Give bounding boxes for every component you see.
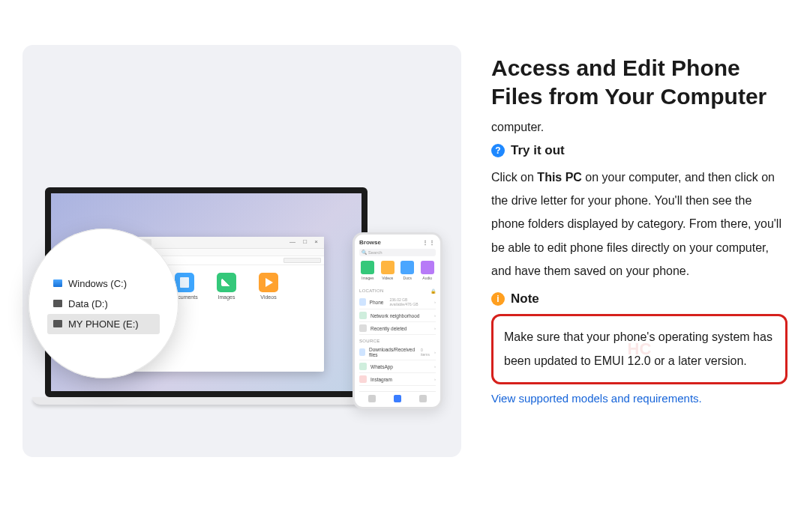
supported-models-link[interactable]: View supported models and requirements. <box>491 392 702 405</box>
row-icon <box>359 348 365 356</box>
cat-label: Images <box>362 276 374 280</box>
chevron-right-icon: › <box>434 326 436 330</box>
phone-search-placeholder: Search <box>368 250 382 255</box>
section-label: SOURCE <box>359 339 380 343</box>
cat-icon <box>421 261 434 274</box>
folder-videos: Videos <box>255 273 282 364</box>
instructions-paragraph: Click on This PC on your computer, and t… <box>491 166 788 282</box>
chevron-right-icon: › <box>434 377 436 381</box>
more-icon: ⋮⋮ <box>422 239 436 246</box>
window-controls: — □ × <box>290 238 321 245</box>
folder-label: Videos <box>255 294 282 300</box>
cat-label: Docs <box>404 276 412 280</box>
drive-row: Windows (C:) <box>47 273 160 294</box>
row-icon <box>359 298 366 306</box>
row-icon <box>359 363 367 370</box>
phone-cat: Videos <box>380 261 397 280</box>
page-title: Access and Edit Phone Files from Your Co… <box>491 54 788 110</box>
drive-row: MY PHONE (E:) <box>47 314 160 334</box>
row-icon <box>359 375 367 383</box>
drive-label: Windows (C:) <box>68 278 127 289</box>
note-label: Note <box>511 291 539 306</box>
intro-line: computer. <box>491 121 788 134</box>
phone-navbar <box>359 391 436 402</box>
phone-row: Downloads/Received files0 items› <box>359 345 436 360</box>
chevron-right-icon: › <box>434 364 436 369</box>
nav-recent-icon <box>368 395 376 402</box>
section-header-location: LOCATION 🔒 <box>359 288 436 294</box>
try-it-out-label: Try it out <box>511 143 565 158</box>
row-label: Instagram <box>370 377 392 382</box>
row-icon <box>359 324 367 332</box>
chevron-right-icon: › <box>434 313 436 318</box>
zoom-lens: Windows (C:)Data (D:)MY PHONE (E:) <box>28 229 178 378</box>
row-sublabel: 236.02 GB available/476 GB <box>389 297 430 306</box>
phone-cat: Docs <box>399 261 416 280</box>
drive-icon <box>53 320 62 327</box>
illustration-panel: — □ × AudioDocumentsImagesVideos <box>22 45 461 457</box>
nav-me-icon <box>419 395 427 402</box>
cat-label: Videos <box>382 276 393 280</box>
section-header-source: SOURCE <box>359 339 436 343</box>
row-label: Phone <box>370 300 384 305</box>
instr-prefix: Click on <box>491 171 537 184</box>
row-label: Recently deleted <box>370 326 406 331</box>
drive-icon <box>53 279 62 287</box>
phone-categories: ImagesVideosDocsAudio <box>359 261 436 280</box>
folder-label: Images <box>213 294 240 300</box>
note-callout: Make sure that your phone's operating sy… <box>491 314 788 384</box>
text-column: Access and Edit Phone Files from Your Co… <box>491 45 788 405</box>
phone-mockup: Browse ⋮⋮ 🔍 Search ImagesVideosDocsAudio… <box>352 232 442 409</box>
note-text: Make sure that your phone's operating sy… <box>504 330 772 367</box>
cat-icon <box>381 261 394 274</box>
folder-icon <box>259 273 278 292</box>
row-sublabel: 0 items <box>421 348 430 357</box>
instr-bold: This PC <box>537 171 582 184</box>
phone-cat: Images <box>359 261 376 280</box>
question-icon: ? <box>491 144 505 157</box>
phone-search: 🔍 Search <box>359 249 436 256</box>
note-header: i Note <box>491 291 788 306</box>
row-label: Network neighborhood <box>370 313 419 318</box>
phone-cat: Audio <box>419 261 436 280</box>
chevron-right-icon: › <box>434 300 436 304</box>
phone-row: Recently deleted› <box>359 322 436 335</box>
info-icon: i <box>491 292 505 306</box>
phone-titlebar: Browse ⋮⋮ <box>359 239 436 246</box>
phone-row: Instagram› <box>359 373 436 386</box>
lock-icon: 🔒 <box>430 288 436 294</box>
cat-icon <box>400 261 414 274</box>
row-label: Downloads/Received files <box>369 347 415 357</box>
explorer-search-box <box>284 258 321 263</box>
drive-icon <box>53 300 62 307</box>
phone-row: WhatsApp› <box>359 360 436 373</box>
drive-row: Data (D:) <box>47 294 160 314</box>
section-label: LOCATION <box>359 288 384 294</box>
phone-row: Phone236.02 GB available/476 GB› <box>359 295 436 309</box>
drive-list: Windows (C:)Data (D:)MY PHONE (E:) <box>47 273 160 334</box>
cat-icon <box>361 261 374 274</box>
try-it-out-header: ? Try it out <box>491 143 788 158</box>
folder-icon <box>217 273 236 292</box>
folder-images: Images <box>213 273 240 364</box>
row-label: WhatsApp <box>370 364 393 369</box>
cat-label: Audio <box>422 276 432 280</box>
chevron-right-icon: › <box>434 350 436 354</box>
drive-label: MY PHONE (E:) <box>68 318 139 330</box>
drive-label: Data (D:) <box>68 298 108 309</box>
phone-title: Browse <box>359 239 381 246</box>
instr-rest: on your computer, and then click on the … <box>491 171 782 277</box>
phone-source-rows: Downloads/Received files0 items›WhatsApp… <box>359 345 436 386</box>
phone-row: Network neighborhood› <box>359 309 436 322</box>
laptop-base <box>32 397 380 405</box>
row-icon <box>359 312 367 319</box>
phone-location-rows: Phone236.02 GB available/476 GB›Network … <box>359 295 436 335</box>
nav-browse-icon <box>394 395 401 402</box>
folder-icon <box>175 273 194 292</box>
